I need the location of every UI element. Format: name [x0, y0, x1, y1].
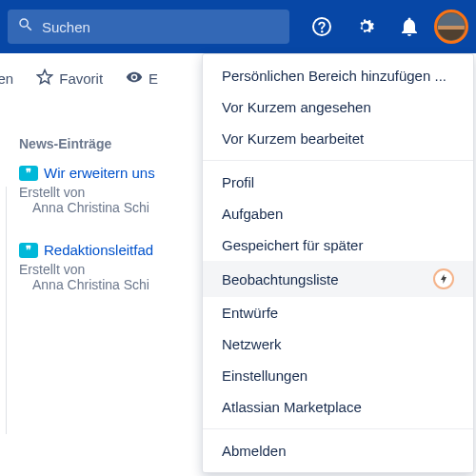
- quote-icon: ❞: [19, 243, 38, 258]
- help-button[interactable]: [303, 8, 341, 46]
- watch-action[interactable]: E: [126, 69, 158, 89]
- search-field[interactable]: [8, 10, 289, 44]
- menu-divider: [203, 160, 473, 161]
- menu-settings[interactable]: Einstellungen: [203, 360, 473, 391]
- news-link[interactable]: Redaktionsleitfad: [44, 242, 153, 258]
- search-icon: [17, 16, 34, 37]
- search-input[interactable]: [42, 19, 280, 35]
- settings-button[interactable]: [347, 8, 385, 46]
- user-menu: Persönlichen Bereich hinzufügen ... Vor …: [202, 53, 474, 473]
- created-by-label: Erstellt von: [19, 185, 158, 200]
- news-item: ❞ Redaktionsleitfad Erstellt von Anna Ch…: [19, 242, 158, 292]
- menu-profile[interactable]: Profil: [203, 167, 473, 198]
- menu-watchlist-label: Beobachtungsliste: [222, 271, 339, 288]
- watch-label: E: [149, 70, 158, 87]
- menu-watchlist[interactable]: Beobachtungsliste: [203, 261, 473, 297]
- cursor-icon: [433, 268, 454, 289]
- menu-network[interactable]: Netzwerk: [203, 328, 473, 360]
- menu-recently-viewed[interactable]: Vor Kurzem angesehen: [203, 91, 473, 123]
- menu-add-personal-space[interactable]: Persönlichen Bereich hinzufügen ...: [203, 60, 473, 91]
- menu-drafts[interactable]: Entwürfe: [203, 297, 473, 328]
- news-author: Anna Christina Schi: [32, 277, 158, 292]
- edit-action[interactable]: arbeiten: [0, 70, 13, 87]
- page-toolbar: arbeiten Favorit E: [0, 53, 158, 104]
- edit-label: arbeiten: [0, 70, 13, 87]
- avatar-image: [438, 13, 465, 40]
- quote-icon: ❞: [19, 166, 38, 181]
- favorite-label: Favorit: [59, 70, 103, 87]
- content-area: News-Einträge ❞ Wir erweitern uns Erstel…: [0, 104, 158, 292]
- news-link[interactable]: Wir erweitern uns: [44, 165, 155, 181]
- news-heading: News-Einträge: [19, 136, 158, 151]
- eye-icon: [126, 69, 143, 89]
- favorite-action[interactable]: Favorit: [36, 69, 103, 89]
- menu-logout[interactable]: Abmelden: [203, 435, 473, 466]
- notifications-button[interactable]: [390, 8, 428, 46]
- user-avatar[interactable]: [434, 10, 468, 44]
- news-item: ❞ Wir erweitern uns Erstellt von Anna Ch…: [19, 165, 158, 215]
- star-icon: [36, 69, 53, 89]
- menu-tasks[interactable]: Aufgaben: [203, 198, 473, 229]
- menu-marketplace[interactable]: Atlassian Marketplace: [203, 391, 473, 423]
- menu-divider: [203, 428, 473, 429]
- menu-saved-for-later[interactable]: Gespeichert für später: [203, 229, 473, 261]
- menu-recently-edited[interactable]: Vor Kurzem bearbeitet: [203, 123, 473, 154]
- created-by-label: Erstellt von: [19, 262, 158, 277]
- news-author: Anna Christina Schi: [32, 200, 158, 215]
- topbar: [0, 0, 476, 53]
